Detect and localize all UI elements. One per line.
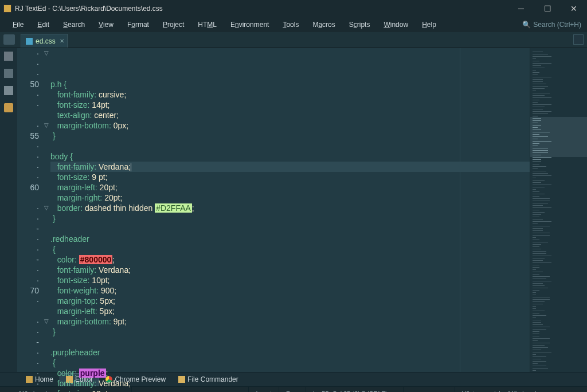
menu-html[interactable]: HTML	[191, 17, 224, 32]
title-bar: RJ TextEd - C:\Users\Rickard\Documents\e…	[0, 0, 587, 17]
code-line[interactable]: }	[50, 131, 530, 141]
minimize-button[interactable]: ─	[508, 0, 534, 17]
menu-edit[interactable]: Edit	[30, 17, 56, 32]
side-toolbar	[0, 48, 17, 372]
code-line[interactable]: margin-left: 5px;	[50, 306, 530, 316]
tab-left-icon[interactable]	[3, 34, 15, 45]
menu-format[interactable]: Format	[120, 17, 156, 32]
code-line[interactable]: body {	[50, 151, 530, 162]
code-line[interactable]: font-size: 14pt;	[50, 100, 530, 110]
code-line[interactable]: border: dashed thin hidden #D2FFAA;	[50, 203, 530, 213]
code-line[interactable]: p.h {	[50, 79, 530, 89]
tab-label: ed.css	[36, 37, 56, 45]
code-line[interactable]: font-family: cursive;	[50, 89, 530, 100]
menu-view[interactable]: View	[92, 17, 120, 32]
code-line[interactable]: .redheader	[50, 234, 530, 244]
window-title: RJ TextEd - C:\Users\Rickard\Documents\e…	[15, 5, 163, 13]
code-line[interactable]: }	[50, 213, 530, 224]
code-line[interactable]: font-size: 10pt;	[50, 389, 530, 392]
code-line[interactable]: margin-bottom: 9pt;	[50, 316, 530, 327]
panel-icon-4[interactable]	[4, 103, 13, 112]
code-line[interactable]	[50, 224, 530, 234]
menu-project[interactable]: Project	[156, 17, 191, 32]
tab-edcss[interactable]: ed.css ✕	[21, 34, 68, 48]
code-line[interactable]: color: purple;	[50, 368, 530, 378]
code-line[interactable]: margin-bottom: 0px;	[50, 120, 530, 131]
main-area: ···50···55····60··-··-··70···-···· ▽▽▽▽ …	[0, 48, 587, 372]
code-line[interactable]: margin-right: 20pt;	[50, 193, 530, 203]
menu-environment[interactable]: Environment	[224, 17, 276, 32]
search-icon: 🔍	[522, 21, 531, 29]
menu-search-box[interactable]: 🔍 Search (Ctrl+H)	[522, 21, 581, 29]
code-line[interactable]: margin-left: 20pt;	[50, 182, 530, 193]
fold-gutter[interactable]: ▽▽▽▽	[42, 48, 50, 372]
panel-icon-3[interactable]	[4, 86, 13, 95]
menu-file[interactable]: File	[6, 17, 30, 32]
search-placeholder: Search (Ctrl+H)	[533, 21, 581, 29]
code-line[interactable]: .purpleheader	[50, 347, 530, 358]
menu-macros[interactable]: Macros	[306, 17, 342, 32]
menu-search[interactable]: Search	[56, 17, 92, 32]
close-button[interactable]: ✕	[561, 0, 587, 17]
code-area[interactable]: p.h { font-family: cursive; font-size: 1…	[50, 48, 530, 372]
panel-icon-2[interactable]	[4, 69, 13, 78]
panel-icon-1[interactable]	[4, 52, 13, 61]
tab-bar: ed.css ✕	[0, 32, 587, 48]
code-line[interactable]: font-size: 9 pt;	[50, 172, 530, 182]
code-line[interactable]	[50, 141, 530, 151]
code-line[interactable]: }	[50, 327, 530, 337]
editor[interactable]: ···50···55····60··-··-··70···-···· ▽▽▽▽ …	[17, 48, 587, 372]
code-line[interactable]: font-family: Verdana;	[50, 378, 530, 389]
code-line[interactable]: font-family: Verdana;	[50, 162, 530, 172]
code-line[interactable]: font-weight: 900;	[50, 285, 530, 296]
line-number-gutter: ···50···55····60··-··-··70···-····	[17, 48, 42, 372]
code-line[interactable]	[50, 337, 530, 347]
menu-scripts[interactable]: Scripts	[342, 17, 377, 32]
minimap-viewport[interactable]	[530, 117, 587, 157]
code-line[interactable]: {	[50, 358, 530, 368]
code-line[interactable]: font-family: Verdana;	[50, 265, 530, 275]
code-line[interactable]: margin-top: 5px;	[50, 296, 530, 306]
menu-tools[interactable]: Tools	[276, 17, 306, 32]
code-line[interactable]: font-size: 10pt;	[50, 275, 530, 285]
code-line[interactable]: color: #800000;	[50, 254, 530, 265]
app-icon	[3, 5, 11, 13]
menu-bar: File Edit Search View Format Project HTM…	[0, 17, 587, 32]
menu-help[interactable]: Help	[415, 17, 443, 32]
menu-window[interactable]: Window	[377, 17, 415, 32]
maximize-button[interactable]: ☐	[534, 0, 561, 17]
tab-overflow-button[interactable]	[573, 34, 584, 45]
file-icon	[26, 38, 33, 45]
minimap[interactable]: ▬▬▬▬▬▬▬▬▬▬▬▬▬▬▬▬▬▬▬▬▬▬▬▬▬▬▬▬▬▬▬▬▬▬▬▬▬▬▬▬…	[530, 48, 587, 372]
close-icon[interactable]: ✕	[60, 38, 64, 44]
code-line[interactable]: text-align: center;	[50, 110, 530, 120]
code-line[interactable]: {	[50, 244, 530, 254]
